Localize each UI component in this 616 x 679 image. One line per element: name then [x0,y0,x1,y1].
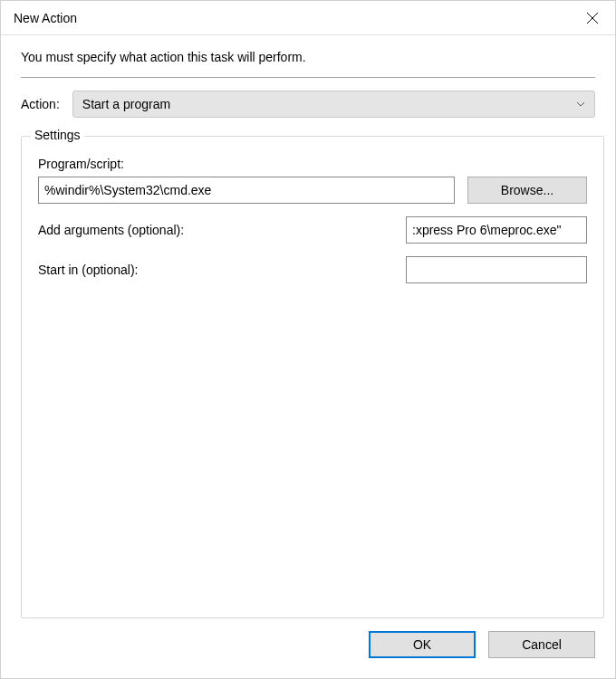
program-label: Program/script: [38,157,587,171]
button-row: OK Cancel [1,631,615,678]
ok-button[interactable]: OK [369,631,476,658]
arguments-label: Add arguments (optional): [38,223,184,237]
action-row: Action: Start a program [21,91,595,118]
cancel-button[interactable]: Cancel [488,631,595,658]
arguments-input[interactable] [406,216,587,244]
instruction-text: You must specify what action this task w… [21,50,595,64]
close-button[interactable] [570,1,615,35]
startin-input[interactable] [406,256,587,283]
startin-label: Start in (optional): [38,263,139,277]
program-input[interactable] [38,177,455,204]
titlebar: New Action [1,1,615,35]
program-row: Browse... [38,177,587,204]
settings-group-title: Settings [31,128,84,142]
close-icon [587,13,598,24]
window-title: New Action [14,11,77,25]
new-action-dialog: New Action You must specify what action … [0,0,616,679]
browse-button[interactable]: Browse... [467,177,587,204]
settings-group: Settings Program/script: Browse... Add a… [21,136,604,618]
dialog-content: You must specify what action this task w… [1,35,615,631]
chevron-down-icon [576,101,585,107]
divider [21,77,595,78]
action-dropdown[interactable]: Start a program [72,91,595,118]
action-selected-value: Start a program [82,97,170,111]
arguments-row: Add arguments (optional): [38,216,587,244]
startin-row: Start in (optional): [38,256,587,283]
action-label: Action: [21,97,60,111]
